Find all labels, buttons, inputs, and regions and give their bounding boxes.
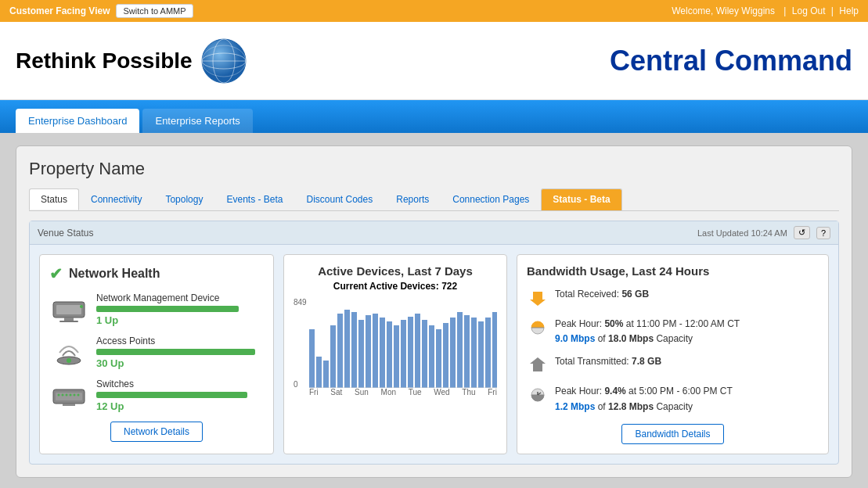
bandwidth-usage-panel: Bandwidth Usage, Last 24 Hours Total Rec…: [517, 254, 829, 454]
ap-bar: [96, 349, 255, 355]
bandwidth-details-button[interactable]: Bandwidth Details: [621, 424, 723, 444]
svg-rect-35: [408, 317, 413, 388]
svg-rect-37: [422, 320, 427, 388]
venue-status-title: Venue Status: [38, 228, 93, 239]
total-received-value: 56 GB: [621, 289, 649, 300]
top-bar-right: Welcome, Wiley Wiggins | Log Out | Help: [668, 5, 859, 16]
enterprise-reports-tab[interactable]: Enterprise Reports: [142, 109, 252, 133]
peak-received-mbps: 9.0 Mbps of 18.0 Mbps Capacity: [555, 333, 693, 344]
customer-facing-label: Customer Facing View: [9, 5, 110, 16]
help-link[interactable]: Help: [839, 5, 859, 16]
svg-point-15: [61, 394, 63, 396]
property-name: Property Name: [29, 159, 839, 179]
nmd-status: 1 Up: [96, 314, 264, 326]
svg-rect-47: [492, 312, 497, 388]
venue-content: ✔ Network Health: [30, 245, 838, 464]
top-bar: Customer Facing View Switch to AMMP Welc…: [0, 0, 868, 22]
total-transmitted-label: Total Transmitted:: [555, 356, 629, 367]
tab-connection-pages[interactable]: Connection Pages: [441, 188, 541, 210]
venue-status-panel: Venue Status Last Updated 10:24 AM ↺ ? ✔…: [29, 221, 839, 465]
ap-name: Access Points: [96, 336, 264, 346]
property-panel: Property Name Status Connectivity Topolo…: [16, 145, 852, 478]
logout-link[interactable]: Log Out: [792, 5, 826, 16]
svg-rect-9: [59, 321, 78, 322]
venue-status-header-right: Last Updated 10:24 AM ↺ ?: [697, 226, 830, 239]
total-received-label: Total Received:: [555, 289, 619, 300]
svg-marker-51: [530, 357, 546, 371]
svg-rect-34: [401, 320, 406, 388]
svg-rect-6: [56, 305, 81, 314]
svg-rect-43: [464, 315, 470, 388]
svg-point-18: [73, 394, 75, 396]
tab-reports[interactable]: Reports: [384, 188, 441, 210]
svg-rect-20: [63, 404, 75, 406]
bar-chart-svg: [309, 298, 497, 388]
chart-max-label: 849: [294, 298, 307, 307]
svg-rect-33: [394, 325, 399, 388]
svg-rect-28: [358, 320, 364, 388]
nmd-icon: [49, 294, 88, 325]
svg-rect-31: [380, 318, 385, 388]
svg-rect-46: [485, 318, 491, 388]
bw-peak-received-info: Peak Hour: 50% at 11:00 PM - 12:00 AM CT…: [555, 317, 740, 346]
switch-to-ammp-button[interactable]: Switch to AMMP: [116, 4, 193, 18]
switch-icon: [49, 380, 88, 411]
tab-status-beta[interactable]: Status - Beta: [541, 188, 621, 210]
bw-peak-transmitted-info: Peak Hour: 9.4% at 5:00 PM - 6:00 PM CT …: [555, 384, 733, 414]
chart-title: Active Devices, Last 7 Days: [294, 264, 497, 278]
tab-status[interactable]: Status: [29, 188, 79, 210]
logo-text: Rethink Possible: [16, 48, 193, 74]
main-content: Property Name Status Connectivity Topolo…: [0, 133, 868, 488]
bar-chart-area: 849 0: [294, 298, 497, 400]
bw-peak-transmitted-row: Peak Hour: 9.4% at 5:00 PM - 6:00 PM CT …: [527, 384, 819, 414]
tab-topology[interactable]: Topology: [153, 188, 214, 210]
venue-status-header: Venue Status Last Updated 10:24 AM ↺ ?: [30, 221, 838, 245]
tab-discount-codes[interactable]: Discount Codes: [295, 188, 385, 210]
svg-rect-44: [471, 318, 477, 388]
half-circle-transmitted-icon: [527, 384, 549, 406]
header: Rethink Possible Central Command: [0, 22, 868, 100]
tab-events-beta[interactable]: Events - Beta: [214, 188, 294, 210]
logo-area: Rethink Possible: [16, 38, 247, 84]
chart-min-label: 0: [294, 380, 298, 389]
bw-transmitted-row: Total Transmitted: 7.8 GB: [527, 354, 819, 376]
svg-rect-23: [323, 361, 329, 388]
svg-rect-29: [366, 315, 371, 388]
device-row-nmd: Network Management Device 1 Up: [49, 292, 264, 326]
svg-point-16: [65, 394, 67, 396]
refresh-button[interactable]: ↺: [794, 226, 810, 239]
svg-rect-22: [316, 357, 322, 388]
switch-bar: [96, 392, 247, 398]
device-row-ap: Access Points 30 Up: [49, 336, 264, 369]
ap-icon: [49, 337, 88, 368]
last-updated-text: Last Updated 10:24 AM: [697, 228, 787, 238]
bandwidth-title: Bandwidth Usage, Last 24 Hours: [527, 264, 819, 278]
svg-rect-42: [457, 312, 463, 388]
svg-point-17: [69, 394, 71, 396]
nmd-bar: [96, 306, 239, 312]
chart-x-labels: Fri Sat Sun Mon Tue Wed Thu Fri: [309, 388, 497, 396]
svg-rect-8: [64, 318, 74, 321]
arrow-down-icon: [527, 287, 549, 309]
svg-point-11: [67, 358, 71, 363]
att-globe-icon: [200, 38, 247, 84]
help-button[interactable]: ?: [816, 227, 830, 239]
switch-name: Switches: [96, 379, 264, 389]
network-details-button[interactable]: Network Details: [110, 422, 203, 442]
svg-rect-30: [373, 314, 378, 388]
arrow-up-icon: [527, 354, 549, 376]
switch-status: 12 Up: [96, 400, 264, 412]
nmd-info: Network Management Device 1 Up: [96, 292, 264, 326]
svg-rect-21: [309, 329, 315, 388]
svg-rect-26: [344, 310, 350, 388]
current-count: 722: [441, 281, 457, 292]
device-row-switch: Switches 12 Up: [49, 379, 264, 412]
enterprise-dashboard-tab[interactable]: Enterprise Dashboard: [16, 109, 139, 133]
svg-rect-25: [337, 314, 343, 388]
active-devices-panel: Active Devices, Last 7 Days Current Acti…: [283, 254, 507, 454]
peak-received-text: Peak Hour: 50% at 11:00 PM - 12:00 AM CT: [555, 318, 740, 329]
svg-rect-38: [429, 325, 434, 388]
tab-connectivity[interactable]: Connectivity: [79, 188, 153, 210]
network-health-panel: ✔ Network Health: [39, 254, 274, 454]
bw-transmitted-info: Total Transmitted: 7.8 GB: [555, 354, 661, 369]
